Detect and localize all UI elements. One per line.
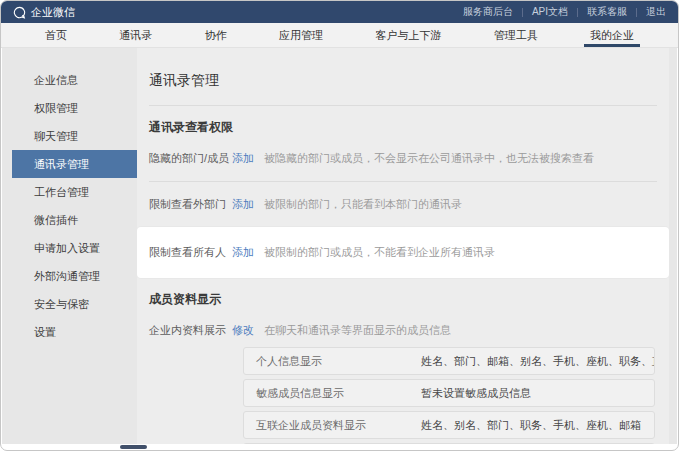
section-heading-view-permission: 通讯录查看权限 <box>149 119 669 136</box>
subrow-personal-info: 个人信息显示 姓名、部门、邮箱、别名、手机、座机、职务、直属上级、官网、测... <box>243 347 655 375</box>
sidebar-item-contacts-management[interactable]: 通讯录管理 <box>12 150 137 178</box>
nav-item-collaboration[interactable]: 协作 <box>195 23 237 47</box>
row-label: 隐藏的部门/成员 <box>149 151 232 166</box>
sidebar-item-join-settings[interactable]: 申请加入设置 <box>12 234 137 262</box>
main-nav: 首页 通讯录 协作 应用管理 客户与上下游 管理工具 我的企业 <box>1 23 678 48</box>
add-hidden-button[interactable]: 添加 <box>232 151 254 166</box>
add-restricted-department-button[interactable]: 添加 <box>232 197 254 212</box>
sidebar-item-workbench[interactable]: 工作台管理 <box>12 178 137 206</box>
top-link-divider <box>522 8 523 17</box>
subrow-value: 姓名、别名、部门、职务、手机、座机、邮箱 <box>421 418 641 433</box>
row-description: 在聊天和通讯录等界面显示的成员信息 <box>264 323 451 338</box>
subrow-name-display-mode: 姓名显示模式 别名 <box>243 443 655 444</box>
subrow-linked-company-profile: 互联企业成员资料显示 姓名、别名、部门、职务、手机、座机、邮箱 <box>243 411 655 439</box>
row-restrict-view-everyone: 限制查看所有人 添加 被限制的部门或成员，不能看到企业所有通讯录 <box>149 230 669 275</box>
sidebar-item-chat-management[interactable]: 聊天管理 <box>12 122 137 150</box>
subrow-value: 暂未设置敏感成员信息 <box>421 386 531 401</box>
wecom-logo-icon <box>13 6 26 19</box>
profile-display-table: 个人信息显示 姓名、部门、邮箱、别名、手机、座机、职务、直属上级、官网、测...… <box>149 347 669 444</box>
sidebar-item-wechat-plugin[interactable]: 微信插件 <box>12 206 137 234</box>
subrow-value: 姓名、部门、邮箱、别名、手机、座机、职务、直属上级、官网、测... <box>421 354 654 369</box>
row-restrict-other-departments: 限制查看外部门 添加 被限制的部门，只能看到本部门的通讯录 <box>149 182 669 227</box>
nav-item-customers[interactable]: 客户与上下游 <box>365 23 451 47</box>
sidebar-item-permissions[interactable]: 权限管理 <box>12 94 137 122</box>
top-bar: 企业微信 服务商后台 API文档 联系客服 退出 <box>1 1 678 23</box>
add-restricted-member-button[interactable]: 添加 <box>232 245 254 260</box>
modify-profile-button[interactable]: 修改 <box>232 323 254 338</box>
row-hidden-departments: 隐藏的部门/成员 添加 被隐藏的部门或成员，不会显示在公司通讯录中，也无法被搜索… <box>149 136 669 181</box>
row-label: 企业内资料展示 <box>149 323 232 338</box>
row-description: 被限制的部门，只能看到本部门的通讯录 <box>264 197 462 212</box>
sidebar: 企业信息 权限管理 聊天管理 通讯录管理 工作台管理 微信插件 申请加入设置 外… <box>12 48 137 444</box>
top-link-divider <box>636 8 637 17</box>
sidebar-item-company-info[interactable]: 企业信息 <box>12 66 137 94</box>
nav-item-admin-tools[interactable]: 管理工具 <box>484 23 548 47</box>
row-label: 限制查看所有人 <box>149 245 232 260</box>
top-link-logout[interactable]: 退出 <box>646 5 666 19</box>
sidebar-item-security[interactable]: 安全与保密 <box>12 290 137 318</box>
page-body: 企业信息 权限管理 聊天管理 通讯录管理 工作台管理 微信插件 申请加入设置 外… <box>2 48 677 444</box>
row-label: 限制查看外部门 <box>149 197 232 212</box>
row-internal-profile: 企业内资料展示 修改 在聊天和通讯录等界面显示的成员信息 <box>149 308 669 342</box>
nav-item-my-company[interactable]: 我的企业 <box>580 23 644 47</box>
top-link-service-console[interactable]: 服务商后台 <box>463 5 513 19</box>
subrow-label: 敏感成员信息显示 <box>244 386 421 401</box>
page-title: 通讯录管理 <box>149 48 669 90</box>
nav-item-home[interactable]: 首页 <box>35 23 77 47</box>
top-link-api-docs[interactable]: API文档 <box>532 5 568 19</box>
nav-item-contacts[interactable]: 通讯录 <box>109 23 162 47</box>
nav-item-app-management[interactable]: 应用管理 <box>269 23 333 47</box>
sidebar-item-settings[interactable]: 设置 <box>12 318 137 346</box>
main-content: 通讯录管理 通讯录查看权限 隐藏的部门/成员 添加 被隐藏的部门或成员，不会显示… <box>137 48 669 444</box>
wecom-logo[interactable]: 企业微信 <box>13 5 75 20</box>
wecom-logo-text: 企业微信 <box>31 5 75 20</box>
row-description: 被限制的部门或成员，不能看到企业所有通讯录 <box>264 245 495 260</box>
horizontal-scrollbar-thumb[interactable] <box>120 445 147 449</box>
app-window: 企业微信 服务商后台 API文档 联系客服 退出 首页 通讯录 协作 应用管理 … <box>0 0 679 451</box>
divider <box>149 105 657 106</box>
top-link-contact-support[interactable]: 联系客服 <box>587 5 627 19</box>
section-heading-member-profile: 成员资料显示 <box>149 291 669 308</box>
top-link-divider <box>577 8 578 17</box>
subrow-label: 个人信息显示 <box>244 354 421 369</box>
sidebar-item-external-communication[interactable]: 外部沟通管理 <box>12 262 137 290</box>
subrow-sensitive-info: 敏感成员信息显示 暂未设置敏感成员信息 <box>243 379 655 407</box>
top-links: 服务商后台 API文档 联系客服 退出 <box>463 5 666 19</box>
subrow-label: 互联企业成员资料显示 <box>244 418 421 433</box>
row-description: 被隐藏的部门或成员，不会显示在公司通讯录中，也无法被搜索查看 <box>264 151 594 166</box>
highlighted-row-band: 限制查看所有人 添加 被限制的部门或成员，不能看到企业所有通讯录 <box>137 227 669 278</box>
